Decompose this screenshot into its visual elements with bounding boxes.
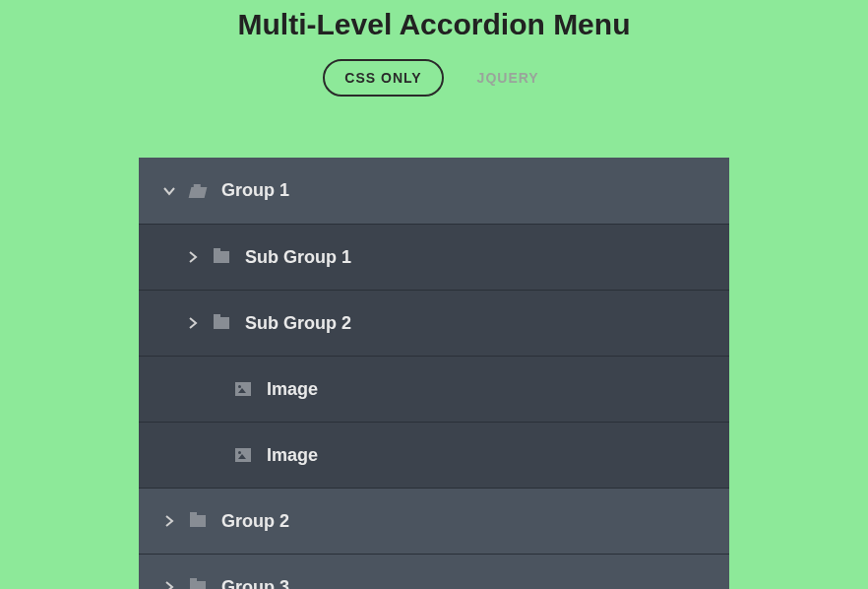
group-label: Group 1: [221, 180, 706, 201]
group-label: Group 2: [221, 511, 706, 532]
group-3[interactable]: Group 3: [139, 554, 729, 589]
sub-group-2[interactable]: Sub Group 2: [139, 290, 729, 356]
folder-icon: [190, 515, 206, 527]
tab-bar: CSS ONLY JQUERY: [0, 59, 868, 97]
folder-open-icon: [189, 187, 208, 198]
accordion-menu: Group 1 Sub Group 1 Sub Group 2 Image Im…: [139, 158, 729, 589]
group-label: Group 3: [221, 577, 706, 590]
image-icon: [235, 382, 251, 396]
chevron-right-icon: [162, 580, 176, 589]
image-item[interactable]: Image: [139, 356, 729, 422]
tab-css-only[interactable]: CSS ONLY: [323, 59, 443, 97]
group-2[interactable]: Group 2: [139, 488, 729, 554]
group-label: Sub Group 1: [245, 247, 706, 268]
folder-icon: [214, 251, 229, 263]
item-label: Image: [267, 379, 706, 400]
chevron-down-icon: [162, 184, 176, 198]
sub-group-1[interactable]: Sub Group 1: [139, 224, 729, 290]
image-icon: [235, 448, 251, 462]
chevron-right-icon: [162, 514, 176, 528]
group-label: Sub Group 2: [245, 313, 706, 334]
chevron-right-icon: [186, 316, 200, 330]
folder-icon: [214, 317, 229, 329]
chevron-right-icon: [186, 250, 200, 264]
page-title: Multi-Level Accordion Menu: [0, 0, 868, 41]
folder-icon: [190, 581, 206, 589]
tab-jquery[interactable]: JQUERY: [471, 61, 545, 95]
group-1[interactable]: Group 1: [139, 158, 729, 224]
item-label: Image: [267, 445, 706, 466]
image-item[interactable]: Image: [139, 422, 729, 488]
